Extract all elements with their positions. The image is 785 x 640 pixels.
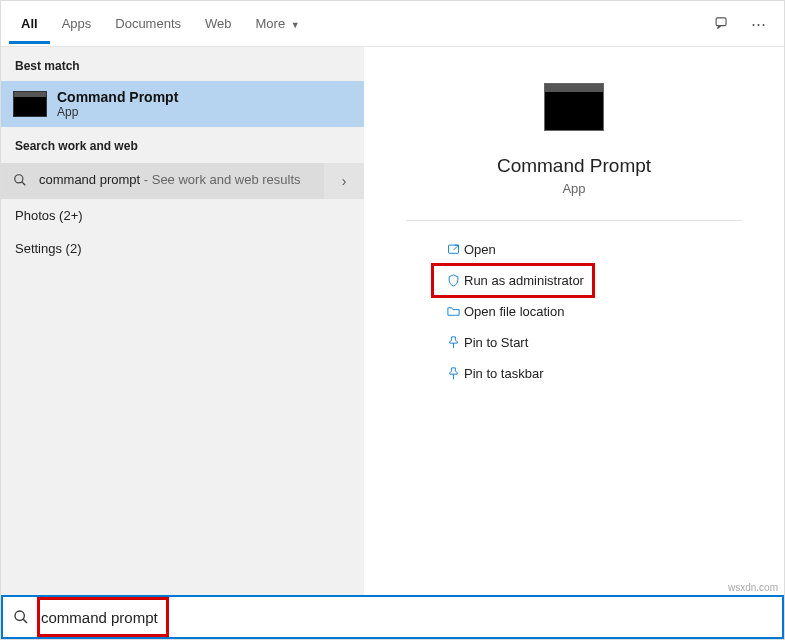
preview-app-icon bbox=[544, 83, 604, 131]
action-label: Open bbox=[464, 242, 496, 257]
more-options-icon[interactable]: ⋯ bbox=[740, 15, 776, 33]
category-settings[interactable]: Settings (2) bbox=[1, 232, 364, 265]
open-icon bbox=[442, 242, 464, 257]
tab-documents[interactable]: Documents bbox=[103, 4, 193, 44]
action-list: Open Run as administrator Open file loca… bbox=[434, 235, 592, 388]
svg-rect-0 bbox=[716, 18, 726, 26]
best-match-subtitle: App bbox=[57, 105, 178, 119]
svg-line-2 bbox=[22, 182, 26, 186]
results-list: Best match Command Prompt App Search wor… bbox=[1, 47, 364, 597]
action-label: Pin to taskbar bbox=[464, 366, 544, 381]
action-run-as-administrator[interactable]: Run as administrator bbox=[434, 266, 592, 295]
pin-icon bbox=[442, 366, 464, 381]
tab-more[interactable]: More ▼ bbox=[244, 4, 312, 44]
tab-all[interactable]: All bbox=[9, 4, 50, 44]
best-match-title: Command Prompt bbox=[57, 89, 178, 105]
search-icon bbox=[13, 173, 31, 190]
shield-icon bbox=[442, 273, 464, 288]
action-label: Pin to Start bbox=[464, 335, 528, 350]
search-bar bbox=[1, 595, 784, 639]
search-input[interactable] bbox=[39, 609, 782, 626]
web-result-text: command prompt - See work and web result… bbox=[39, 172, 301, 187]
web-result-item[interactable]: command prompt - See work and web result… bbox=[1, 163, 364, 199]
action-label: Run as administrator bbox=[464, 273, 584, 288]
svg-line-7 bbox=[23, 619, 27, 623]
pin-icon bbox=[442, 335, 464, 350]
best-match-item[interactable]: Command Prompt App bbox=[1, 81, 364, 127]
divider bbox=[406, 220, 742, 221]
preview-title: Command Prompt bbox=[497, 155, 651, 177]
command-prompt-icon bbox=[13, 91, 47, 117]
preview-subtitle: App bbox=[562, 181, 585, 196]
expand-chevron-icon[interactable]: › bbox=[324, 163, 364, 199]
tab-apps[interactable]: Apps bbox=[50, 4, 104, 44]
tab-web[interactable]: Web bbox=[193, 4, 244, 44]
svg-point-1 bbox=[15, 175, 23, 183]
action-open[interactable]: Open bbox=[434, 235, 592, 264]
action-pin-to-start[interactable]: Pin to Start bbox=[434, 328, 592, 357]
best-match-header: Best match bbox=[1, 47, 364, 81]
action-open-file-location[interactable]: Open file location bbox=[434, 297, 592, 326]
svg-point-6 bbox=[15, 611, 24, 620]
category-photos[interactable]: Photos (2+) bbox=[1, 199, 364, 232]
search-icon bbox=[3, 609, 39, 625]
action-label: Open file location bbox=[464, 304, 564, 319]
filter-tabs: All Apps Documents Web More ▼ ⋯ bbox=[1, 1, 784, 47]
search-web-header: Search work and web bbox=[1, 127, 364, 161]
action-pin-to-taskbar[interactable]: Pin to taskbar bbox=[434, 359, 592, 388]
folder-icon bbox=[442, 304, 464, 319]
feedback-icon[interactable] bbox=[704, 15, 740, 32]
preview-pane: Command Prompt App Open Run as administr… bbox=[364, 47, 784, 597]
chevron-down-icon: ▼ bbox=[291, 20, 300, 30]
results-area: Best match Command Prompt App Search wor… bbox=[1, 47, 784, 597]
watermark: wsxdn.com bbox=[728, 582, 778, 593]
